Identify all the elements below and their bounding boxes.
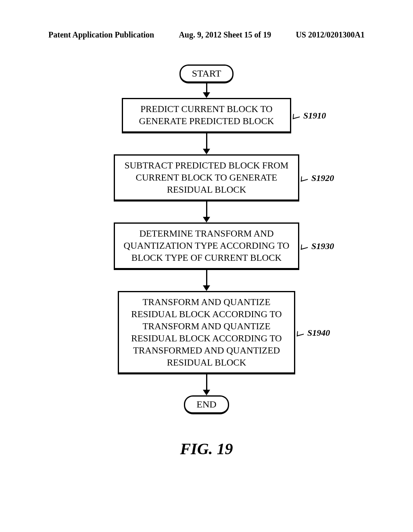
step-4-text: TRANSFORM AND QUANTIZERESIDUAL BLOCK ACC… <box>131 297 282 367</box>
arrow-icon <box>203 83 210 98</box>
step-3-wrapper: DETERMINE TRANSFORM ANDQUANTIZATION TYPE… <box>114 222 299 270</box>
header-right: US 2012/0201300A1 <box>296 30 365 39</box>
step-1-wrapper: PREDICT CURRENT BLOCK TOGENERATE PREDICT… <box>122 98 291 133</box>
connector-icon <box>297 329 304 336</box>
page-header: Patent Application Publication Aug. 9, 2… <box>0 30 413 39</box>
connector-icon <box>301 175 308 181</box>
connector-icon <box>301 243 308 250</box>
header-left: Patent Application Publication <box>48 30 154 39</box>
header-center: Aug. 9, 2012 Sheet 15 of 19 <box>179 30 271 39</box>
figure-label: FIG. 19 <box>0 439 413 458</box>
arrow-icon <box>203 202 210 222</box>
step-1-text: PREDICT CURRENT BLOCK TOGENERATE PREDICT… <box>139 104 274 126</box>
step-4-label: S1940 <box>295 328 330 338</box>
step-3-label: S1930 <box>299 241 334 251</box>
step-2-text: SUBTRACT PREDICTED BLOCK FROMCURRENT BLO… <box>125 160 289 195</box>
step-3-text: DETERMINE TRANSFORM ANDQUANTIZATION TYPE… <box>124 229 290 263</box>
start-terminal: START <box>179 64 234 83</box>
flowchart: START PREDICT CURRENT BLOCK TOGENERATE P… <box>0 64 413 414</box>
step-2-box: SUBTRACT PREDICTED BLOCK FROMCURRENT BLO… <box>114 154 299 202</box>
connector-icon <box>293 112 300 119</box>
step-4-box: TRANSFORM AND QUANTIZERESIDUAL BLOCK ACC… <box>118 291 295 374</box>
step-1-box: PREDICT CURRENT BLOCK TOGENERATE PREDICT… <box>122 98 291 133</box>
step-2-label: S1920 <box>299 173 334 183</box>
step-4-wrapper: TRANSFORM AND QUANTIZERESIDUAL BLOCK ACC… <box>118 291 295 374</box>
end-terminal: END <box>184 395 229 414</box>
arrow-icon <box>203 374 210 395</box>
step-1-label: S1910 <box>291 110 326 121</box>
step-2-wrapper: SUBTRACT PREDICTED BLOCK FROMCURRENT BLO… <box>114 154 299 202</box>
step-3-box: DETERMINE TRANSFORM ANDQUANTIZATION TYPE… <box>114 222 299 270</box>
arrow-icon <box>203 270 210 291</box>
arrow-icon <box>203 133 210 154</box>
